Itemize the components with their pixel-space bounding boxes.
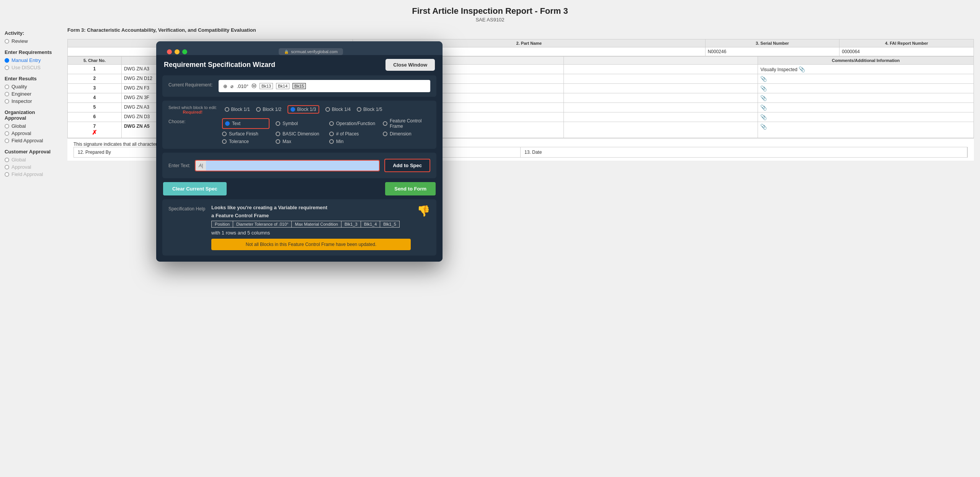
field-approval-radio[interactable] — [5, 138, 9, 143]
requirement-display: ⊕ ⌀ .010° Ⓜ Bk13 Bk14 Bk15 — [219, 80, 430, 92]
places-radio[interactable] — [329, 132, 334, 136]
choose-symbol-option[interactable]: Symbol — [276, 118, 323, 129]
review-radio[interactable] — [5, 39, 9, 44]
manual-entry-radio[interactable] — [5, 58, 9, 63]
add-to-spec-button[interactable]: Add to Spec — [384, 159, 430, 172]
sidebar-item-quality[interactable]: Quality — [5, 84, 57, 90]
minimize-traffic-light[interactable] — [175, 49, 180, 54]
block-1-1-option[interactable]: Block 1/1 — [225, 107, 250, 112]
send-to-form-button[interactable]: Send to Form — [385, 182, 436, 195]
sidebar: Activity: Review Enter Requirements Manu… — [0, 24, 61, 477]
sidebar-item-review[interactable]: Review — [5, 38, 57, 44]
global-radio[interactable] — [5, 124, 9, 129]
text-label: Text — [232, 121, 240, 126]
block-1-2-option[interactable]: Block 1/2 — [256, 107, 281, 112]
choose-max-option[interactable]: Max — [276, 139, 323, 144]
fcf-radio[interactable] — [383, 121, 387, 126]
cust-field-label: Field Approval — [11, 171, 43, 177]
block-1-3-radio[interactable] — [291, 107, 295, 112]
block-1-3-option[interactable]: Block 1/3 — [287, 105, 319, 114]
sidebar-item-inspector[interactable]: Inspector — [5, 98, 57, 104]
global-label: Global — [11, 123, 26, 129]
comments-1: Visually Inspected 📎 — [758, 65, 974, 74]
sf-radio[interactable] — [222, 132, 227, 136]
choose-dimension-option[interactable]: Dimension — [383, 131, 430, 137]
cust-global-radio[interactable] — [5, 158, 9, 162]
choose-basic-option[interactable]: BASIC Dimension — [276, 131, 323, 137]
min-radio[interactable] — [329, 139, 334, 144]
block-select-label: Select which block to edit: — [168, 105, 217, 110]
date-cell: 13. Date — [521, 147, 967, 157]
choose-tolerance-option[interactable]: Tolerance — [222, 139, 270, 144]
sidebar-item-cust-global[interactable]: Global — [5, 157, 57, 163]
sidebar-item-cust-approval[interactable]: Approval — [5, 164, 57, 170]
text-radio[interactable] — [225, 121, 230, 126]
spec-table-cell-6: Blk1_5 — [380, 221, 399, 227]
close-window-button[interactable]: Close Window — [385, 59, 435, 71]
choose-fcf-option[interactable]: Feature Control Frame — [383, 118, 430, 129]
maximize-traffic-light[interactable] — [182, 49, 187, 54]
sidebar-item-manual-entry[interactable]: Manual Entry — [5, 57, 57, 63]
engineer-label: Engineer — [11, 91, 31, 97]
result-7 — [564, 122, 758, 138]
spec-table-cell-2: Diameter Tolerance of .010° — [233, 221, 292, 227]
result-4 — [564, 93, 758, 103]
block-1-2-label: Block 1/2 — [263, 107, 281, 112]
choose-text-option[interactable]: Text — [222, 118, 270, 129]
result-1 — [564, 65, 758, 74]
result-3 — [564, 84, 758, 93]
basic-radio[interactable] — [276, 132, 280, 136]
text-input-field[interactable] — [206, 161, 379, 171]
block-1-1-radio[interactable] — [225, 107, 229, 112]
page-header: First Article Inspection Report - Form 3… — [0, 0, 980, 24]
dimension-radio[interactable] — [383, 132, 387, 136]
thumbs-down-icon[interactable]: 👎 — [417, 205, 430, 217]
block-1-4-option[interactable]: Block 1/4 — [325, 107, 351, 112]
cust-approval-radio[interactable] — [5, 165, 9, 169]
tolerance-label: Tolerance — [229, 139, 249, 144]
clear-spec-button[interactable]: Clear Current Spec — [163, 182, 227, 195]
opfunc-radio[interactable] — [329, 121, 334, 126]
use-discus-radio[interactable] — [5, 65, 9, 70]
approval-radio[interactable] — [5, 131, 9, 136]
block-1-5-radio[interactable] — [357, 107, 361, 112]
max-radio[interactable] — [276, 139, 280, 144]
clip-icon-6: 📎 — [760, 114, 767, 120]
block-1-4-label: Block 1/4 — [332, 107, 351, 112]
sidebar-item-use-discus[interactable]: Use DISCUS — [5, 65, 57, 70]
use-discus-label: Use DISCUS — [11, 65, 41, 70]
sf-label: Surface Finish — [229, 131, 258, 137]
text-input-wrapper: A| — [195, 160, 380, 171]
page-subtitle: SAE AS9102 — [0, 17, 980, 23]
activity-label: Activity: — [5, 30, 57, 36]
choose-places-option[interactable]: # of Places — [329, 131, 377, 137]
row-num-4: 4 — [68, 93, 122, 103]
sidebar-item-cust-field[interactable]: Field Approval — [5, 171, 57, 177]
inspector-radio[interactable] — [5, 99, 9, 104]
choose-min-option[interactable]: Min — [329, 139, 377, 144]
choose-sf-option[interactable]: Surface Finish — [222, 131, 270, 137]
spec-help-content: Looks like you're creating a Variable re… — [211, 205, 411, 250]
sidebar-item-approval[interactable]: Approval — [5, 130, 57, 136]
sidebar-item-global[interactable]: Global — [5, 123, 57, 129]
sidebar-item-field-approval[interactable]: Field Approval — [5, 138, 57, 143]
block-selector-section: Select which block to edit: Required! Bl… — [162, 101, 436, 149]
block-1-5-option[interactable]: Block 1/5 — [357, 107, 382, 112]
sidebar-item-engineer[interactable]: Engineer — [5, 91, 57, 97]
customer-approval-group: Customer Approval Global Approval Field … — [5, 149, 57, 177]
current-requirement-section: Current Requirement: ⊕ ⌀ .010° Ⓜ Bk13 Bk… — [162, 75, 436, 97]
cust-field-radio[interactable] — [5, 172, 9, 177]
block-1-2-radio[interactable] — [256, 107, 261, 112]
review-label: Review — [11, 38, 28, 44]
symbol-radio[interactable] — [276, 121, 280, 126]
enter-text-section: Enter Text: A| Add to Spec — [162, 153, 436, 178]
quality-radio[interactable] — [5, 85, 9, 89]
clip-icon-7: 📎 — [760, 124, 767, 130]
close-traffic-light[interactable] — [167, 49, 172, 54]
tolerance-radio[interactable] — [222, 139, 227, 144]
block-1-4-radio[interactable] — [325, 107, 330, 112]
engineer-radio[interactable] — [5, 92, 9, 96]
choose-opfunc-option[interactable]: Operation/Function — [329, 118, 377, 129]
block-options: Block 1/1 Block 1/2 Block 1/3 — [225, 105, 430, 114]
date-label: 13. Date — [524, 150, 542, 155]
